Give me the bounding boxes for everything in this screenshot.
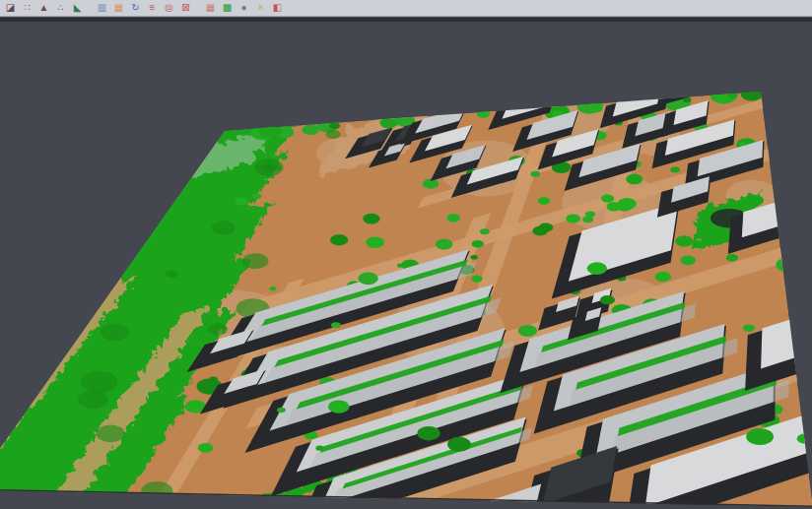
green-hill-icon[interactable]: ◣	[70, 1, 85, 15]
cross-section-icon[interactable]: ×	[253, 1, 268, 15]
classification-icon[interactable]: ▩	[220, 1, 235, 15]
refresh-view-icon[interactable]: ↻	[128, 1, 143, 15]
open-scene-icon[interactable]: ◪	[3, 1, 18, 15]
speckle-dark	[0, 22, 812, 509]
selection-box-icon[interactable]: ⊠	[178, 1, 193, 15]
target-circle-icon[interactable]: ◎	[162, 1, 176, 15]
main-toolbar: ◪∷▲∴◣▥▦↻≡◎⊠▦▩●×◧	[0, 0, 812, 17]
sphere-render-icon[interactable]: ●	[237, 1, 251, 15]
toolbar-divider	[0, 18, 812, 22]
sample-points-icon[interactable]: ∴	[53, 1, 68, 15]
viewport-3d[interactable]	[0, 22, 812, 509]
viewport-container	[0, 22, 812, 509]
ruler-icon[interactable]: ▥	[95, 1, 109, 15]
building-roof	[669, 74, 707, 95]
app-window: ◪∷▲∴◣▥▦↻≡◎⊠▦▩●×◧	[0, 0, 812, 509]
red-grid-icon[interactable]: ▦	[203, 1, 218, 15]
orange-grid-icon[interactable]: ▦	[111, 1, 126, 15]
point-cloud-terrain	[0, 22, 812, 509]
flag-half-icon[interactable]: ◧	[270, 1, 285, 15]
building-shadow	[802, 223, 812, 287]
point-cluster-icon[interactable]: ∷	[20, 1, 34, 15]
terrain-icon[interactable]: ▲	[36, 1, 51, 15]
building-shadow	[807, 335, 812, 436]
profile-lines-icon[interactable]: ≡	[145, 1, 160, 15]
